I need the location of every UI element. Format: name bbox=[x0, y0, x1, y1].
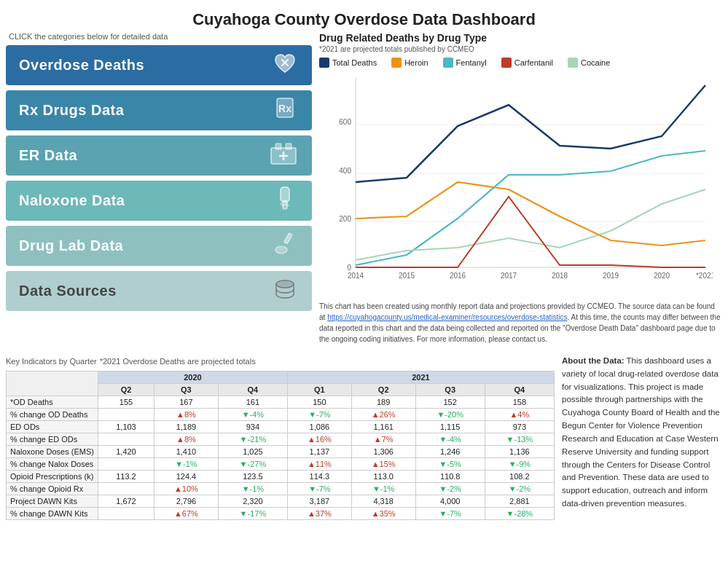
table-cell: 1,246 bbox=[415, 446, 485, 458]
col-indicator bbox=[7, 371, 98, 396]
table-change-cell bbox=[98, 409, 154, 421]
legend-fentanyl: Fentanyl bbox=[443, 58, 487, 68]
table-cell: 150 bbox=[287, 396, 351, 409]
key-indicators-table: 2020 2021 Q2 Q3 Q4 Q1 Q2 Q3 Q4 *OD Death… bbox=[6, 371, 555, 520]
table-change-cell: ▲26% bbox=[351, 409, 415, 421]
svg-rect-12 bbox=[284, 233, 292, 244]
table-change-cell: ▼-20% bbox=[415, 409, 485, 421]
table-cell: 1,086 bbox=[287, 421, 351, 433]
table-cell: 113.2 bbox=[98, 471, 154, 483]
table-change-cell: ▲11% bbox=[287, 458, 351, 471]
table-change-cell bbox=[98, 433, 154, 446]
svg-text:400: 400 bbox=[339, 167, 351, 175]
table-change-cell bbox=[98, 458, 154, 471]
table-change-cell: ▼-7% bbox=[287, 483, 351, 495]
legend-carfentanil: Carfentanil bbox=[501, 58, 553, 68]
er-data-button[interactable]: ER Data bbox=[6, 135, 312, 176]
svg-text:2018: 2018 bbox=[552, 272, 568, 280]
table-cell: 1,672 bbox=[98, 495, 154, 508]
table-change-cell: ▼-7% bbox=[415, 508, 485, 520]
overdose-deaths-button[interactable]: Overdose Deaths bbox=[6, 45, 312, 85]
drug-lab-icon bbox=[271, 229, 299, 262]
svg-text:*2021: *2021 bbox=[696, 272, 713, 280]
q2-2021: Q2 bbox=[351, 384, 415, 396]
naloxone-button[interactable]: Naloxone Data NAL bbox=[6, 181, 312, 221]
table-change-cell: ▲35% bbox=[351, 508, 415, 520]
sidebar-hint: CLICK the categories below for detailed … bbox=[6, 32, 312, 41]
table-change-cell: ▲37% bbox=[287, 508, 351, 520]
table-cell: 2,881 bbox=[485, 495, 554, 508]
key-indicators-section: Key Indicators by Quarter *2021 Overdose… bbox=[6, 355, 555, 520]
svg-rect-9 bbox=[281, 187, 289, 202]
legend-cocaine: Cocaine bbox=[568, 58, 610, 68]
table-change-cell: ▼-21% bbox=[218, 433, 287, 446]
table-row-label: ED ODs bbox=[7, 421, 98, 433]
svg-text:200: 200 bbox=[339, 215, 351, 223]
table-change-cell: ▼-1% bbox=[218, 483, 287, 495]
svg-text:2016: 2016 bbox=[450, 272, 466, 280]
table-cell: 4,318 bbox=[351, 495, 415, 508]
table-row-label: Opioid Prescriptions (k) bbox=[7, 471, 98, 483]
svg-point-14 bbox=[276, 280, 294, 288]
page-title: Cuyahoga County Overdose Data Dashboard bbox=[0, 0, 728, 32]
table-row-sublabel: % change Nalox Doses bbox=[7, 458, 98, 471]
svg-text:2020: 2020 bbox=[654, 272, 670, 280]
q4-2021: Q4 bbox=[485, 384, 554, 396]
legend-heroin: Heroin bbox=[391, 58, 428, 68]
table-cell: 973 bbox=[485, 421, 554, 433]
table-change-cell: ▲4% bbox=[485, 409, 554, 421]
table-change-cell: ▼-4% bbox=[415, 433, 485, 446]
table-cell: 1,161 bbox=[351, 421, 415, 433]
table-cell: 113.0 bbox=[351, 471, 415, 483]
table-cell: 3,187 bbox=[287, 495, 351, 508]
table-row-sublabel: % change Opioid Rx bbox=[7, 483, 98, 495]
rx-drugs-label: Rx Drugs Data bbox=[19, 102, 124, 119]
svg-text:NAL: NAL bbox=[280, 202, 290, 207]
chart-link[interactable]: https://cuyahogacounty.us/medical-examin… bbox=[327, 313, 567, 321]
table-row-sublabel: % change DAWN Kits bbox=[7, 508, 98, 520]
table-change-cell: ▲67% bbox=[154, 508, 219, 520]
table-cell: 1,410 bbox=[154, 446, 219, 458]
table-change-cell: ▲7% bbox=[351, 433, 415, 446]
sidebar: CLICK the categories below for detailed … bbox=[6, 32, 312, 345]
q3-2020: Q3 bbox=[154, 384, 219, 396]
drug-lab-button[interactable]: Drug Lab Data bbox=[6, 226, 312, 266]
table-cell: 152 bbox=[415, 396, 485, 409]
table-change-cell: ▼-17% bbox=[218, 508, 287, 520]
table-cell: 934 bbox=[218, 421, 287, 433]
table-cell: 110.8 bbox=[415, 471, 485, 483]
er-icon bbox=[268, 139, 299, 172]
rx-drugs-button[interactable]: Rx Drugs Data Rx bbox=[6, 90, 312, 130]
svg-text:0: 0 bbox=[347, 264, 351, 272]
table-change-cell: ▲8% bbox=[154, 409, 219, 421]
about-title: About the Data: bbox=[562, 356, 625, 365]
table-cell: 1,025 bbox=[218, 446, 287, 458]
line-chart: 0 200 400 600 2014 2015 2016 2017 2018 2… bbox=[319, 71, 713, 296]
table-cell: 114.3 bbox=[287, 471, 351, 483]
data-sources-label: Data Sources bbox=[19, 283, 117, 299]
q1-2021: Q1 bbox=[287, 384, 351, 396]
chart-note: This chart has been created using monthl… bbox=[319, 301, 722, 345]
svg-text:2017: 2017 bbox=[501, 272, 517, 280]
overdose-deaths-label: Overdose Deaths bbox=[19, 57, 144, 74]
table-cell: 189 bbox=[351, 396, 415, 409]
chart-header: Drug Related Deaths by Drug Type *2021 a… bbox=[319, 32, 722, 68]
naloxone-label: Naloxone Data bbox=[19, 192, 125, 209]
svg-text:600: 600 bbox=[339, 118, 351, 126]
data-sources-button[interactable]: Data Sources bbox=[6, 271, 312, 311]
table-cell: 4,000 bbox=[415, 495, 485, 508]
table-change-cell: ▲10% bbox=[154, 483, 219, 495]
year-2020: 2020 bbox=[98, 371, 287, 384]
table-cell: 155 bbox=[98, 396, 154, 409]
naloxone-icon: NAL bbox=[271, 184, 299, 217]
table-row-label: *OD Deaths bbox=[7, 396, 98, 409]
chart-title: Drug Related Deaths by Drug Type bbox=[319, 32, 722, 44]
q2-2020: Q2 bbox=[98, 384, 154, 396]
table-row-label: Naloxone Doses (EMS) bbox=[7, 446, 98, 458]
table-change-cell: ▼-2% bbox=[485, 483, 554, 495]
table-change-cell: ▼-13% bbox=[485, 433, 554, 446]
table-change-cell: ▲8% bbox=[154, 433, 219, 446]
table-row-label: Project DAWN Kits bbox=[7, 495, 98, 508]
table-change-cell bbox=[98, 508, 154, 520]
table-cell: 1,189 bbox=[154, 421, 219, 433]
